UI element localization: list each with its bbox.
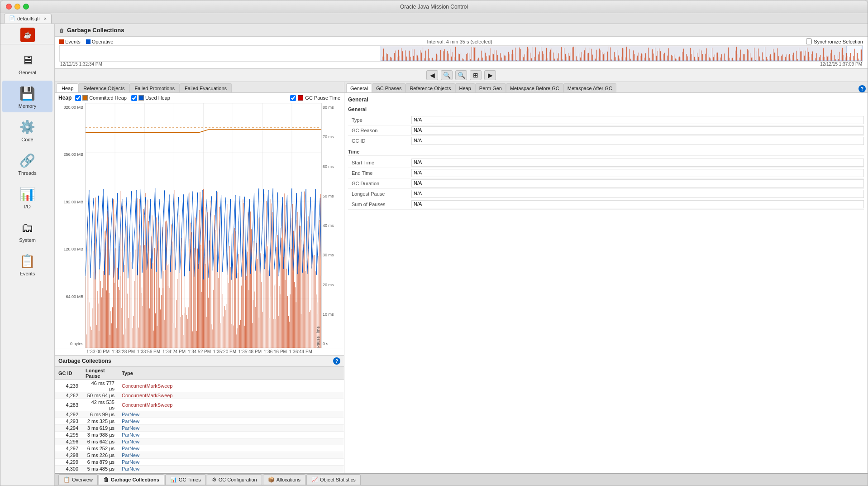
detail-field-value: N/A [411,126,864,135]
table-row[interactable]: 4,299 6 ms 879 µs ParNew [55,459,344,466]
gc-id-cell: 4,300 [55,466,82,472]
table-row[interactable]: 4,298 5 ms 226 µs ParNew [55,452,344,459]
nav-back-button[interactable]: ◀ [426,70,438,80]
table-row[interactable]: 4,292 6 ms 99 µs ParNew [55,411,344,418]
sidebar-item-code[interactable]: ⚙️ Code [2,114,52,146]
operative-color [86,39,91,44]
x-label-0: 1:33:00 PM [86,349,110,354]
heap-tab-failevac-label: Failed Evacuations [185,86,227,91]
detail-tab-general[interactable]: General [346,83,372,92]
nav-forward-button[interactable]: ▶ [484,70,496,80]
heap-tab-failprom[interactable]: Failed Promotions [129,83,180,92]
table-row[interactable]: 4,297 6 ms 252 µs ParNew [55,445,344,452]
table-row[interactable]: 4,295 3 ms 988 µs ParNew [55,432,344,438]
heap-tab-failevac[interactable]: Failed Evacuations [180,83,232,92]
table-row[interactable]: 4,300 5 ms 485 µs ParNew [55,466,344,472]
heap-tab-heap[interactable]: Heap [57,83,78,92]
sidebar-item-io[interactable]: 📊 I/O [2,181,52,213]
pause-cell: 50 ms 64 µs [82,392,118,399]
table-row[interactable]: 4,283 42 ms 535 µs ConcurrentMarkSweep [55,399,344,411]
heap-chart-header: Heap Committed Heap [55,93,344,103]
detail-field-label: Start Time [348,160,411,165]
close-tab-icon[interactable]: × [44,16,47,21]
detail-tab-reference-objects[interactable]: Reference Objects [405,83,455,92]
col-longest-pause[interactable]: Longest Pause [82,367,118,380]
detail-tab-metaspace-after-gc[interactable]: Metaspace After GC [563,83,616,92]
used-heap-checkbox[interactable] [131,95,137,101]
detail-tab-metaspace-before-gc[interactable]: Metaspace Before GC [506,83,563,92]
bottom-tab-overview[interactable]: 📋Overview [58,474,98,485]
bottom-tab-garbage-collections[interactable]: 🗑Garbage Collections [99,474,164,485]
bottom-tab-gc-configuration[interactable]: ⚙GC Configuration [207,474,262,485]
table-row[interactable]: 4,296 6 ms 642 µs ParNew [55,438,344,445]
sidebar-item-general[interactable]: 🖥 General [2,47,52,79]
detail-field-label: GC Duration [348,181,411,186]
bottom-tab-allocations[interactable]: 📦Allocations [263,474,305,485]
pause-cell: 6 ms 99 µs [82,411,118,418]
sync-checkbox[interactable] [806,38,812,44]
sidebar-label-general: General [19,70,36,75]
pause-cell: 2 ms 325 µs [82,418,118,425]
committed-heap-checkbox[interactable] [75,95,81,101]
bottom-tab-icon: ⚙ [212,476,217,483]
events-color [59,39,64,44]
bottom-tab-icon: 📊 [170,476,177,483]
gc-id-cell: 4,294 [55,425,82,432]
detail-field-label: GC Reason [348,128,411,133]
window-title: Oracle Java Mission Control [400,4,468,10]
type-cell: ConcurrentMarkSweep [118,399,344,411]
main-window: Oracle Java Mission Control 📄 defaults.j… [0,0,868,486]
detail-groups: General Type N/A GC Reason N/A GC ID N/A… [348,106,864,210]
type-cell: ParNew [118,445,344,452]
general-icon: 🖥 [19,51,37,69]
nav-zoom-in-button[interactable]: 🔍 [441,70,453,80]
table-row[interactable]: 4,294 3 ms 619 µs ParNew [55,425,344,432]
col-gc-id[interactable]: GC ID [55,367,82,380]
sidebar-label-memory: Memory [19,103,37,109]
section-icon: 🗑 [59,28,64,33]
bottom-tab-icon: 📈 [311,476,318,483]
minimize-button[interactable] [14,4,20,10]
bottom-tab-icon: 📋 [63,476,70,483]
bottom-tab-object-statistics[interactable]: 📈Object Statistics [306,474,361,485]
file-tab[interactable]: 📄 defaults.jfr × [4,14,52,24]
sidebar-item-events[interactable]: 📋 Events [2,248,52,280]
sidebar-item-threads[interactable]: 🔗 Threads [2,148,52,179]
detail-field-label: Sum of Pauses [348,202,411,207]
heap-chart-panel: Heap Committed Heap [55,93,344,355]
detail-help-icon[interactable]: ? [858,85,866,92]
bottom-tab-gc-times[interactable]: 📊GC Times [165,474,206,485]
bottom-tab-label: Overview [72,477,93,482]
maximize-button[interactable] [23,4,29,10]
memory-icon: 💾 [19,84,37,102]
detail-row: Type N/A [348,115,864,125]
detail-tab-gc-phases[interactable]: GC Phases [372,83,405,92]
sync-selection[interactable]: Synchronize Selection [806,38,863,44]
nav-zoom-out-button[interactable]: 🔍 [455,70,467,80]
gc-pause-checkbox[interactable] [290,95,296,101]
y-axis-left: 320.00 MB 256.00 MB 192.00 MB 128.00 MB … [55,103,86,348]
gc-id-cell: 4,283 [55,399,82,411]
table-row[interactable]: 4,293 2 ms 325 µs ParNew [55,418,344,425]
col-type[interactable]: Type [118,367,344,380]
heap-tab-refobj[interactable]: Reference Objects [78,83,129,92]
table-row[interactable]: 4,239 46 ms 777 µs ConcurrentMarkSweep [55,380,344,392]
table-row[interactable]: 4,262 50 ms 64 µs ConcurrentMarkSweep [55,392,344,399]
detail-field-value: N/A [411,169,864,177]
sidebar-item-system[interactable]: 🗂 System [2,215,52,246]
detail-tab-heap[interactable]: Heap [455,83,475,92]
gc-table-help-icon[interactable]: ? [333,357,340,365]
pause-cell: 3 ms 988 µs [82,432,118,438]
detail-field-value: N/A [411,159,864,167]
window-controls [6,4,29,10]
nav-fit-button[interactable]: ⊞ [470,70,482,80]
gc-id-cell: 4,293 [55,418,82,425]
close-button[interactable] [6,4,12,10]
y-right-80: 80 ms [323,105,343,110]
pause-cell: 6 ms 642 µs [82,438,118,445]
brand-logo: ☕ [20,28,35,42]
sidebar-item-memory[interactable]: 💾 Memory [2,81,52,112]
pause-cell: 6 ms 252 µs [82,445,118,452]
detail-tab-perm-gen[interactable]: Perm Gen [475,83,506,92]
gc-table-scroll[interactable]: GC ID Longest Pause Type 4,239 46 ms 777… [55,367,344,473]
